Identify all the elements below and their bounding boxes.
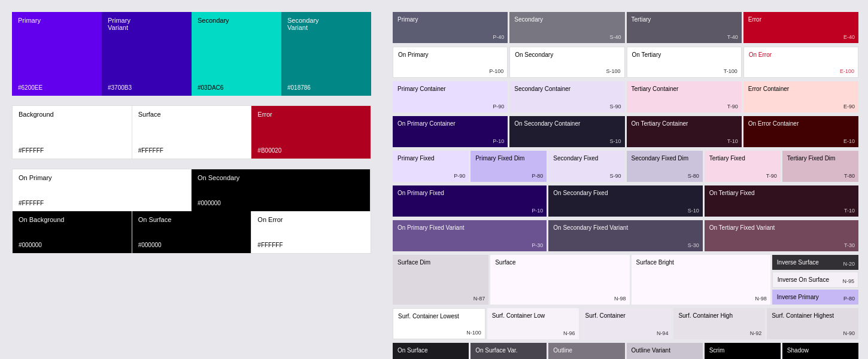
surf-container-label: Surf. Container <box>585 312 667 320</box>
fixed-row: Primary Fixed P-90 Primary Fixed Dim P-8… <box>393 151 858 182</box>
tertiary-container-cell: Tertiary Container T-90 <box>627 81 742 112</box>
on-secondary-hex: #000000 <box>198 200 364 206</box>
tertiary-fixed-dim-cell: Tertiary Fixed Dim T-80 <box>782 151 858 182</box>
surf-container-low-cell: Surf. Container Low N-96 <box>487 308 579 339</box>
error-container-code: E-90 <box>843 104 855 109</box>
on-primary-container-code: P-10 <box>493 138 504 144</box>
secondary-right-code: S-40 <box>609 34 621 40</box>
on-tertiary-right-code: T-100 <box>724 68 738 74</box>
tertiary-fixed-label: Tertiary Fixed <box>709 154 776 162</box>
on-secondary-right-cell: On Secondary S-100 <box>509 47 624 78</box>
on-tertiary-fixed-cell: On Tertiary Fixed T-10 <box>705 185 858 217</box>
surface-inverse-row: Surface Dim N-87 Surface N-98 Surface Br… <box>393 255 858 305</box>
on-tertiary-right-label: On Tertiary <box>632 51 736 59</box>
scrim-cell: Scrim N-0 <box>705 343 781 359</box>
tertiary-right-code: T-40 <box>727 34 738 40</box>
error-cell: Error #B00020 <box>251 106 371 159</box>
inverse-on-surface-code: N-95 <box>842 278 854 284</box>
primary-fixed-dim-label: Primary Fixed Dim <box>475 154 542 162</box>
on-error-container-code: E-10 <box>843 138 855 144</box>
on-container-row: On Primary Container P-10 On Secondary C… <box>393 116 858 147</box>
on-error-cell: On Error #FFFFFF <box>251 211 371 253</box>
on-secondary-fixed-label: On Secondary Fixed <box>553 189 697 197</box>
on-primary-fixed-label: On Primary Fixed <box>397 189 542 197</box>
on-primary-container-cell: On Primary Container P-10 <box>393 116 508 147</box>
inverse-primary-code: P-80 <box>843 296 855 302</box>
on-tertiary-container-cell: On Tertiary Container T-10 <box>627 116 742 147</box>
background-cell: Background #FFFFFF <box>13 106 132 159</box>
on-secondary-fixed-code: S-10 <box>688 208 699 214</box>
primary-label: Primary <box>18 17 96 24</box>
primary-container-cell: Primary Container P-90 <box>393 81 508 112</box>
secondary-variant-cell: SecondaryVariant #018786 <box>281 12 371 96</box>
surface-dim-cell: Surface Dim N-87 <box>393 255 488 305</box>
surf-container-high-cell: Surf. Container High N-92 <box>673 308 765 339</box>
on-error-hex: #FFFFFF <box>257 242 365 248</box>
tertiary-right-label: Tertiary <box>632 16 737 23</box>
inverse-on-surface-label: Inverse On Surface <box>778 276 853 284</box>
on-error-right-code: E-100 <box>840 68 854 74</box>
right-panel: Primary P-40 Secondary S-40 Tertiary T-4… <box>383 0 868 359</box>
primary-container-code: P-90 <box>493 104 504 109</box>
primary-right-code: P-40 <box>493 34 504 40</box>
error-container-cell: Error Container E-90 <box>743 81 858 112</box>
on-main-row: On Primary P-100 On Secondary S-100 On T… <box>393 47 858 78</box>
secondary-fixed-dim-code: S-80 <box>688 173 699 179</box>
on-primary-fixed-cell: On Primary Fixed P-10 <box>393 185 547 217</box>
on-primary-fixed-var-cell: On Primary Fixed Variant P-30 <box>393 220 547 251</box>
secondary-label: Secondary <box>198 17 275 24</box>
on-tertiary-fixed-var-label: On Tertiary Fixed Variant <box>709 224 854 232</box>
outline-cell: Outline NV-50 <box>548 343 624 359</box>
on-surface-final-label: On Surface <box>397 346 464 354</box>
left-panel: Primary #6200EE PrimaryVariant #3700B3 S… <box>0 0 383 359</box>
on-primary-cell: On Primary #FFFFFF <box>13 169 192 211</box>
shadow-cell: Shadow N-0 <box>782 343 858 359</box>
on-surface-final-cell: On Surface N-10 <box>393 343 469 359</box>
on-tertiary-container-label: On Tertiary Container <box>632 120 737 127</box>
on-secondary-fixed-var-cell: On Secondary Fixed Variant S-30 <box>548 220 702 251</box>
on-primary-container-label: On Primary Container <box>397 120 503 127</box>
error-right-cell: Error E-40 <box>743 12 858 43</box>
on-row-1: On Primary #FFFFFF On Secondary #000000 <box>13 169 371 211</box>
tertiary-fixed-code: T-90 <box>766 173 777 179</box>
on-secondary-cell: On Secondary #000000 <box>192 169 371 211</box>
on-tertiary-fixed-code: T-10 <box>844 208 855 214</box>
on-error-right-cell: On Error E-100 <box>743 47 858 78</box>
secondary-right-cell: Secondary S-40 <box>509 12 624 43</box>
surf-container-lowest-code: N-100 <box>466 330 481 336</box>
primary-right-cell: Primary P-40 <box>393 12 508 43</box>
on-background-hex: #000000 <box>19 242 126 248</box>
secondary-variant-label: SecondaryVariant <box>287 17 365 31</box>
surface-label: Surface <box>138 111 245 118</box>
on-primary-fixed-var-code: P-30 <box>532 242 543 248</box>
error-hex: #B00020 <box>257 147 365 154</box>
surf-container-highest-label: Surf. Container Highest <box>772 312 854 320</box>
scrim-label: Scrim <box>709 346 776 354</box>
primary-variant-cell: PrimaryVariant #3700B3 <box>102 12 192 96</box>
on-row-2: On Background #000000 On Surface #000000… <box>13 211 371 253</box>
secondary-variant-hex: #018786 <box>287 84 311 91</box>
surf-container-lowest-label: Surf. Container Lowest <box>398 312 480 320</box>
inverse-surface-label: Inverse Surface <box>777 258 854 266</box>
primary-fixed-dim-cell: Primary Fixed Dim P-80 <box>471 151 547 182</box>
surf-container-low-label: Surf. Container Low <box>492 312 574 320</box>
surface-bright-label: Surface Bright <box>636 258 766 266</box>
on-tertiary-fixed-var-code: T-30 <box>844 242 855 248</box>
on-fixed-variant-row: On Primary Fixed Variant P-30 On Seconda… <box>393 220 858 251</box>
error-right-label: Error <box>748 16 854 23</box>
on-tertiary-fixed-var-cell: On Tertiary Fixed Variant T-30 <box>705 220 858 251</box>
on-primary-right-cell: On Primary P-100 <box>393 47 508 78</box>
primary-fixed-dim-code: P-80 <box>532 173 543 179</box>
surface-cell: Surface #FFFFFF <box>132 106 252 159</box>
on-primary-right-code: P-100 <box>489 68 503 74</box>
inverse-primary-label: Inverse Primary <box>777 293 854 301</box>
on-secondary-fixed-var-code: S-30 <box>688 242 699 248</box>
surface-right-code: N-98 <box>614 296 626 302</box>
tertiary-fixed-cell: Tertiary Fixed T-90 <box>705 151 781 182</box>
secondary-hex: #03DAC6 <box>198 84 223 91</box>
outline-label: Outline <box>553 346 620 354</box>
primary-color-cell: Primary #6200EE <box>12 12 102 96</box>
on-error-right-label: On Error <box>749 51 853 59</box>
surface-bright-cell: Surface Bright N-98 <box>632 255 770 305</box>
secondary-fixed-dim-cell: Secondary Fixed Dim S-80 <box>627 151 703 182</box>
